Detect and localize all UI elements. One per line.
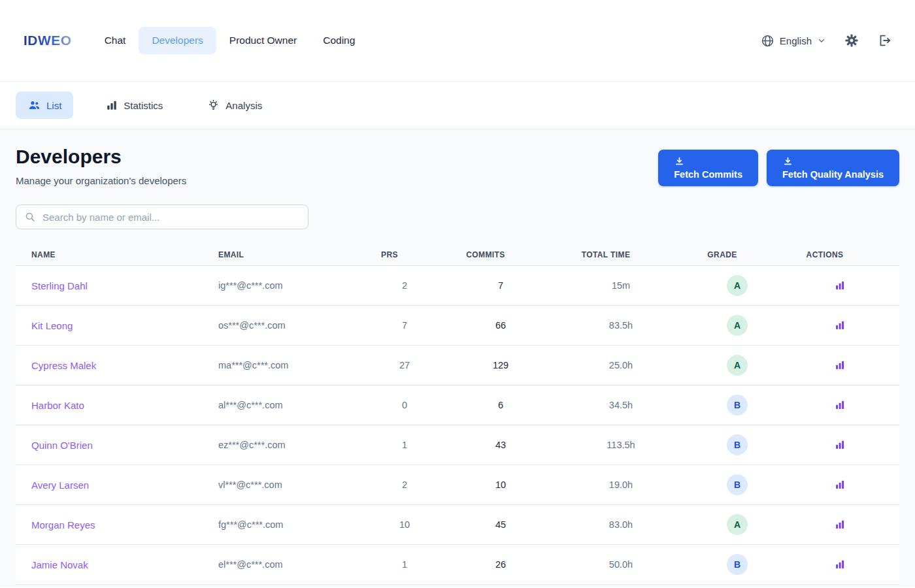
developer-prs: 10 <box>356 519 454 530</box>
developer-email: el***@c***.com <box>218 559 356 570</box>
main-nav: Chat Developers Product Owner Coding <box>92 27 369 54</box>
grade-badge: A <box>727 315 748 336</box>
nav-item-product-owner[interactable]: Product Owner <box>216 27 310 54</box>
navbar-right: English <box>761 33 891 48</box>
grade-badge: B <box>727 395 748 416</box>
developer-email: al***@c***.com <box>218 400 356 410</box>
search-icon <box>24 211 36 223</box>
bar-chart-icon <box>834 319 846 331</box>
developer-name-cell: Cypress Malek <box>16 360 218 371</box>
grade-cell: A <box>694 275 780 296</box>
developer-name-cell: Avery Larsen <box>16 480 218 491</box>
developer-commits: 129 <box>454 360 548 370</box>
developer-total-time: 25.0h <box>548 360 694 370</box>
table-row: Kit Leongos***@c***.com76683.5hA <box>16 306 899 346</box>
bar-chart-icon <box>834 439 846 451</box>
stats-chart-button[interactable] <box>834 280 846 291</box>
grade-cell: B <box>694 395 780 416</box>
grade-cell: B <box>694 554 780 575</box>
column-header-prs: PRS <box>356 250 454 259</box>
developer-name-link[interactable]: Morgan Reyes <box>31 519 95 531</box>
developer-commits: 45 <box>454 519 548 530</box>
developer-name-link[interactable]: Quinn O'Brien <box>31 440 93 451</box>
developer-total-time: 83.0h <box>548 519 694 530</box>
stats-chart-button[interactable] <box>834 519 846 531</box>
developer-email: ig***@c***.com <box>218 280 356 291</box>
download-icon <box>782 156 793 167</box>
page-subtitle: Manage your organization's developers <box>16 175 186 186</box>
grade-cell: A <box>694 315 780 336</box>
developer-name-link[interactable]: Cypress Malek <box>31 360 96 371</box>
developer-total-time: 50.0h <box>548 559 694 570</box>
table-row: Avery Larsenvl***@c***.com21019.0hB <box>16 465 899 505</box>
nav-item-coding[interactable]: Coding <box>310 27 368 54</box>
developer-name-link[interactable]: Harbor Kato <box>31 400 84 411</box>
stats-chart-button[interactable] <box>834 399 846 411</box>
column-header-total-time: TOTAL TIME <box>548 250 694 259</box>
nav-item-chat[interactable]: Chat <box>92 27 139 54</box>
developer-name-cell: Quinn O'Brien <box>16 440 218 451</box>
table-header: NAME EMAIL PRS COMMITS TOTAL TIME GRADE … <box>16 244 899 265</box>
developer-name-link[interactable]: Sterling Dahl <box>31 280 88 291</box>
developer-commits: 43 <box>454 440 548 450</box>
developer-email: ma***@c***.com <box>218 360 356 370</box>
tab-list[interactable]: List <box>16 91 73 119</box>
bar-chart-icon <box>834 519 846 531</box>
grade-badge: A <box>727 355 748 376</box>
grade-cell: B <box>694 434 780 455</box>
developer-name-cell: Sterling Dahl <box>16 280 218 291</box>
table-row: Quinn O'Brienez***@c***.com143113.5hB <box>16 425 899 465</box>
stats-chart-button[interactable] <box>834 319 846 331</box>
main-content: Developers Manage your organization's de… <box>0 129 915 587</box>
grade-badge: A <box>727 514 748 535</box>
tab-statistics[interactable]: Statistics <box>94 92 175 118</box>
table-row: Sterling Dahlig***@c***.com2715mA <box>16 266 899 306</box>
actions-cell <box>780 280 899 291</box>
brand-logo[interactable]: IDWEO <box>24 33 72 48</box>
view-tabs: List Statistics Analysis <box>0 82 915 129</box>
language-selector[interactable]: English <box>761 34 826 48</box>
fetch-quality-analysis-button[interactable]: Fetch Quality Analysis <box>767 150 899 186</box>
column-header-grade: GRADE <box>694 250 780 259</box>
developer-prs: 1 <box>356 440 454 450</box>
tab-analysis-label: Analysis <box>225 100 262 111</box>
settings-button[interactable] <box>844 33 859 48</box>
developer-name-link[interactable]: Avery Larsen <box>31 480 89 491</box>
grade-badge: A <box>727 275 748 296</box>
grade-badge: B <box>727 434 748 455</box>
developer-name-link[interactable]: Kit Leong <box>31 320 73 331</box>
developer-email: ez***@c***.com <box>218 440 356 450</box>
table-row: Harbor Katoal***@c***.com0634.5hB <box>16 385 899 425</box>
actions-cell <box>780 519 899 531</box>
bar-chart-icon <box>834 280 846 291</box>
fetch-quality-analysis-label: Fetch Quality Analysis <box>782 169 884 180</box>
actions-cell <box>780 319 899 331</box>
users-icon <box>27 99 41 112</box>
actions-cell <box>780 439 899 451</box>
logout-button[interactable] <box>877 33 891 48</box>
nav-item-developers[interactable]: Developers <box>139 27 216 54</box>
actions-cell <box>780 479 899 491</box>
bar-chart-icon <box>834 479 846 491</box>
developers-table: NAME EMAIL PRS COMMITS TOTAL TIME GRADE … <box>16 244 899 585</box>
language-label: English <box>780 35 812 46</box>
column-header-email: EMAIL <box>218 250 356 259</box>
developer-email: vl***@c***.com <box>218 480 356 490</box>
stats-chart-button[interactable] <box>834 479 846 491</box>
grade-cell: A <box>694 514 780 535</box>
grade-cell: A <box>694 355 780 376</box>
table-row: Jamie Novakel***@c***.com12650.0hB <box>16 545 899 585</box>
stats-chart-button[interactable] <box>834 559 846 570</box>
column-header-actions: ACTIONS <box>780 250 899 259</box>
search-input[interactable] <box>16 204 308 229</box>
lightbulb-icon <box>207 99 220 112</box>
developer-email: fg***@c***.com <box>218 519 356 530</box>
stats-chart-button[interactable] <box>834 359 846 371</box>
developer-name-link[interactable]: Jamie Novak <box>31 559 88 570</box>
tab-analysis[interactable]: Analysis <box>195 92 274 119</box>
fetch-commits-button[interactable]: Fetch Commits <box>658 150 758 186</box>
developer-name-cell: Harbor Kato <box>16 400 218 411</box>
developer-total-time: 15m <box>548 280 694 291</box>
stats-chart-button[interactable] <box>834 439 846 451</box>
gear-icon <box>844 33 859 48</box>
